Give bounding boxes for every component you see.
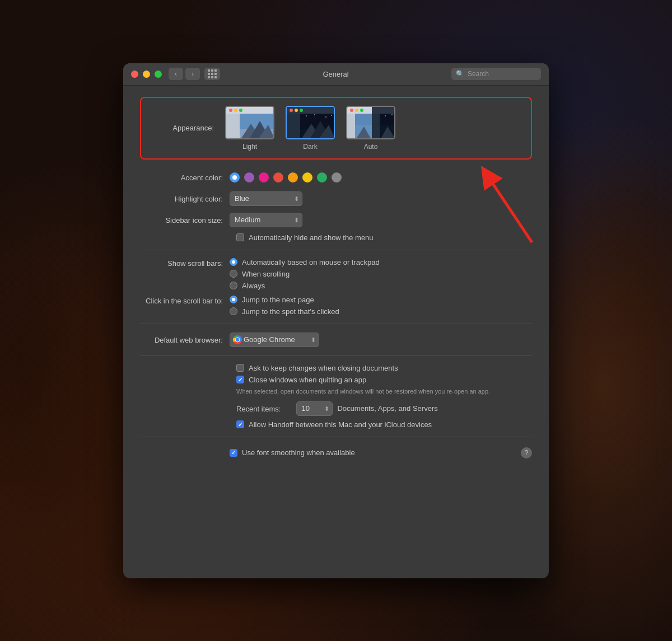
ask-keep-checkbox[interactable] <box>236 364 244 372</box>
font-smoothing-content: Use font smoothing when available ? <box>230 447 532 458</box>
default-browser-label: Default web browser: <box>140 335 230 344</box>
ask-keep-label: Ask to keep changes when closing documen… <box>249 364 398 372</box>
divider-4 <box>140 437 532 437</box>
auto-label: Auto <box>364 143 378 151</box>
default-browser-select[interactable]: Google Chrome Safari Firefox <box>230 333 319 347</box>
svg-point-3 <box>234 109 237 112</box>
handoff-checkbox[interactable] <box>236 420 244 428</box>
auto-hide-menu-row: Automatically hide and show the menu <box>236 233 532 242</box>
font-smoothing-checkbox[interactable] <box>230 449 237 457</box>
back-button[interactable]: ‹ <box>169 68 183 80</box>
svg-point-28 <box>350 109 353 112</box>
search-bar[interactable]: 🔍 Search <box>451 68 541 80</box>
recent-items-stepper[interactable]: 5 10 15 20 25 30 ⬍ <box>296 401 333 416</box>
svg-point-42 <box>391 114 393 115</box>
grid-button[interactable] <box>204 68 220 80</box>
appearance-label: Appearance: <box>152 124 214 132</box>
jump-spot-label: Jump to the spot that's clicked <box>242 307 339 316</box>
dark-label: Dark <box>303 143 317 151</box>
forward-button[interactable]: › <box>185 68 200 80</box>
scroll-bars-label: Show scroll bars: <box>140 258 230 290</box>
dark-preview <box>286 106 335 139</box>
appearance-option-dark[interactable]: Dark <box>286 106 335 151</box>
scroll-bars-radio-group: Automatically based on mouse or trackpad… <box>230 258 532 290</box>
highlight-color-dropdown[interactable]: Blue Purple Pink Red Orange Yellow Green… <box>230 191 302 206</box>
appearance-options: Light <box>225 106 395 151</box>
svg-point-25 <box>331 115 332 116</box>
svg-point-14 <box>295 109 298 112</box>
accent-blue[interactable] <box>230 172 240 183</box>
accent-colors <box>230 172 342 183</box>
accent-yellow[interactable] <box>302 172 312 183</box>
sidebar-icon-size-dropdown[interactable]: Small Medium Large ⬍ <box>230 213 302 227</box>
svg-rect-5 <box>226 114 240 139</box>
accent-color-label: Accent color: <box>140 172 230 182</box>
highlight-color-select[interactable]: Blue Purple Pink Red Orange Yellow Green… <box>230 191 302 206</box>
sidebar-icon-size-select[interactable]: Small Medium Large <box>230 213 302 227</box>
scroll-auto-row: Automatically based on mouse or trackpad <box>230 258 532 266</box>
recent-items-label: Recent items: <box>236 404 281 413</box>
accent-pink[interactable] <box>259 172 269 183</box>
search-placeholder: Search <box>468 70 489 78</box>
close-windows-hint: When selected, open documents and window… <box>236 387 516 396</box>
accent-red[interactable] <box>273 172 283 183</box>
svg-point-13 <box>290 109 293 112</box>
back-icon: ‹ <box>175 70 177 78</box>
scroll-always-radio[interactable] <box>230 282 237 289</box>
scroll-auto-radio[interactable] <box>230 258 237 266</box>
font-smoothing-label: Use font smoothing when available <box>242 448 355 457</box>
svg-rect-16 <box>287 114 300 139</box>
sidebar-icon-size-row: Sidebar icon size: Small Medium Large ⬍ <box>140 212 532 228</box>
traffic-lights <box>131 71 162 78</box>
svg-rect-37 <box>372 114 380 139</box>
jump-next-row: Jump to the next page <box>230 296 532 304</box>
appearance-option-light[interactable]: Light <box>225 106 274 151</box>
svg-rect-31 <box>347 114 355 139</box>
jump-next-label: Jump to the next page <box>242 296 314 304</box>
close-button[interactable] <box>131 71 138 78</box>
svg-rect-39 <box>380 114 395 125</box>
scroll-always-label: Always <box>242 282 265 290</box>
search-icon: 🔍 <box>456 70 464 78</box>
minimize-button[interactable] <box>143 71 150 78</box>
ask-keep-row: Ask to keep changes when closing documen… <box>236 364 532 372</box>
divider-1 <box>140 250 532 250</box>
svg-point-2 <box>229 109 232 112</box>
divider-3 <box>140 355 532 356</box>
sidebar-icon-size-content: Small Medium Large ⬍ <box>230 213 532 227</box>
highlight-color-row: Highlight color: Blue Purple Pink Red Or… <box>140 191 532 207</box>
content-area: Appearance: <box>123 86 549 478</box>
accent-color-content <box>230 172 532 183</box>
close-windows-checkbox[interactable] <box>236 376 244 383</box>
auto-preview <box>346 106 395 139</box>
scroll-bars-content: Automatically based on mouse or trackpad… <box>230 258 532 290</box>
click-scroll-label: Click in the scroll bar to: <box>140 296 230 316</box>
jump-next-radio[interactable] <box>230 296 237 303</box>
sidebar-icon-size-label: Sidebar icon size: <box>140 215 230 224</box>
jump-spot-radio[interactable] <box>230 307 237 315</box>
titlebar: ‹ › General 🔍 Search <box>123 63 549 86</box>
forward-icon: › <box>192 70 194 78</box>
default-browser-content: Google Chrome Safari Firefox ⬍ <box>230 333 532 347</box>
accent-purple[interactable] <box>244 172 254 183</box>
jump-spot-row: Jump to the spot that's clicked <box>230 307 532 316</box>
maximize-button[interactable] <box>155 71 162 78</box>
help-button[interactable]: ? <box>521 447 532 458</box>
accent-orange[interactable] <box>288 172 298 183</box>
svg-rect-1 <box>226 107 274 114</box>
grid-icon <box>208 69 217 78</box>
default-browser-dropdown[interactable]: Google Chrome Safari Firefox ⬍ <box>230 333 319 347</box>
highlight-color-content: Blue Purple Pink Red Orange Yellow Green… <box>230 191 532 206</box>
auto-hide-menu-checkbox[interactable] <box>236 233 244 241</box>
scroll-when-radio[interactable] <box>230 270 237 278</box>
light-label: Light <box>242 143 257 151</box>
appearance-option-auto[interactable]: Auto <box>346 106 395 151</box>
accent-green[interactable] <box>317 172 327 183</box>
svg-point-30 <box>360 109 363 112</box>
accent-graphite[interactable] <box>332 172 342 183</box>
scroll-bars-row: Show scroll bars: Automatically based on… <box>140 258 532 290</box>
recent-items-select[interactable]: 5 10 15 20 25 30 <box>296 401 333 416</box>
default-browser-row: Default web browser: Google Chrome Safar… <box>140 332 532 348</box>
svg-point-4 <box>239 109 242 112</box>
recent-items-suffix: Documents, Apps, and Servers <box>337 404 437 413</box>
